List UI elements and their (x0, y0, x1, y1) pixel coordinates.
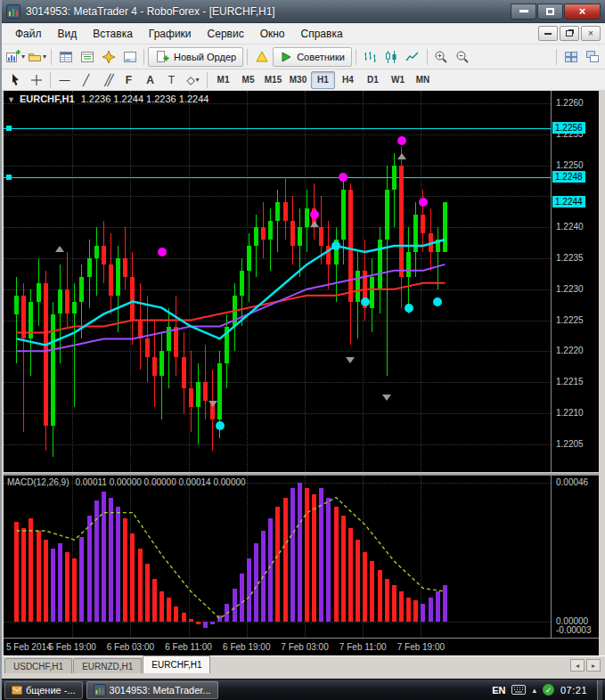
crosshair-button[interactable] (26, 71, 46, 89)
timeframe-h4[interactable]: H4 (336, 71, 360, 89)
market-watch-button[interactable] (55, 47, 76, 67)
new-chart-button[interactable]: ▾ (4, 47, 26, 67)
drawing-toolbar: — ╱ ╱╱ F A T ◇ ▾ M1M5M15M30H1H4D1W1MN (2, 69, 605, 91)
timeframe-m15[interactable]: M15 (261, 71, 285, 89)
chart-area[interactable]: ▼EURCHF,H11.2236 1.2244 1.2236 1.2244 MA… (4, 91, 599, 655)
price-scale[interactable]: 1.22601.22551.22501.22401.22351.22301.22… (551, 91, 599, 638)
timeframe-mn[interactable]: MN (411, 71, 435, 89)
zoom-out-button[interactable] (453, 47, 473, 67)
metaeditor-icon (255, 50, 269, 64)
show-desktop-button[interactable] (597, 680, 602, 700)
close-button[interactable]: × (564, 4, 601, 20)
dropdown-arrow-icon: ▾ (196, 76, 200, 84)
toolbar-separator (51, 49, 52, 65)
fibonacci-button[interactable]: F (119, 71, 139, 89)
metaeditor-button[interactable] (251, 47, 272, 67)
cascade-windows-icon (585, 50, 600, 64)
new-order-label: Новый Ордер (174, 52, 236, 62)
shapes-button[interactable]: ◇ ▾ (183, 71, 203, 89)
line-handle[interactable] (6, 175, 12, 180)
timeframe-bar: M1M5M15M30H1H4D1W1MN (211, 71, 435, 89)
zoom-in-icon (434, 50, 448, 64)
dropdown-arrow-icon: ▾ (21, 53, 25, 61)
tabs-scroll-right-button[interactable]: ▸ (586, 659, 601, 672)
channel-button[interactable]: ╱╱ (97, 71, 118, 89)
profiles-button[interactable]: ▾ (27, 47, 47, 67)
maximize-button[interactable] (537, 4, 563, 20)
antivirus-tray-icon[interactable]: ✓ (543, 684, 554, 696)
horizontal-line-button[interactable]: — (54, 71, 75, 89)
price-chart[interactable]: ▼EURCHF,H11.2236 1.2244 1.2236 1.2244 (4, 91, 551, 472)
new-order-button[interactable]: Новый Ордер (148, 47, 243, 67)
menu-item-Окно[interactable]: Окно (252, 25, 293, 43)
chart-ohlc: 1.2236 1.2244 1.2236 1.2244 (81, 94, 209, 104)
macd-scale-label: -0.00003 (556, 625, 591, 635)
timeframe-m1[interactable]: M1 (211, 71, 235, 89)
one-click-trading-icon[interactable]: ▼ (7, 95, 15, 104)
cascade-windows-button[interactable] (582, 47, 602, 67)
time-label: 7 Feb 03:00 (281, 642, 328, 652)
macd-panel[interactable]: MACD(12,26,9)0.00011 0.00000 0.00000 0.0… (4, 476, 551, 638)
toolbar-separator (556, 49, 557, 65)
show-hidden-icons-button[interactable]: ▴ (532, 686, 536, 695)
chart-tab[interactable]: EURCHF,H1 (143, 655, 210, 673)
chart-bars-button[interactable] (360, 47, 380, 67)
chart-candles-button[interactable] (381, 47, 402, 67)
menu-bar: ФайлВидВставкаГрафикиСервисОкноСправка × (2, 23, 605, 45)
price-label: 1.2225 (556, 315, 584, 325)
message-window-icon (12, 685, 22, 696)
language-indicator[interactable]: EN (492, 685, 505, 696)
signal-dot-cyan (216, 421, 225, 430)
channel-icon: ╱╱ (104, 75, 110, 85)
label-button[interactable]: T (161, 71, 182, 89)
menu-item-Файл[interactable]: Файл (7, 25, 50, 43)
mdi-restore-button[interactable] (560, 26, 579, 41)
signal-dot-cyan (361, 297, 370, 306)
cursor-button[interactable] (4, 71, 25, 89)
timeframe-d1[interactable]: D1 (361, 71, 385, 89)
taskbar-metatrader-label: 3014953: MetaTrader... (110, 685, 211, 696)
taskbar-message-button[interactable]: бщение -... (4, 681, 83, 699)
menu-item-Вставка[interactable]: Вставка (85, 25, 141, 43)
minimize-button[interactable] (511, 4, 536, 20)
chart-tab[interactable]: USDCHF,H1 (4, 658, 72, 673)
price-label: 1.2240 (556, 222, 584, 232)
menu-item-Графики[interactable]: Графики (141, 25, 200, 43)
system-tray: EN ▴ ✓ 07:21 (492, 684, 592, 696)
bar-chart-icon (363, 50, 377, 64)
price-label: 1.2215 (556, 377, 584, 387)
cursor-icon (9, 73, 21, 87)
mdi-close-button[interactable]: × (581, 26, 601, 41)
text-button[interactable]: A (140, 71, 160, 89)
mdi-minimize-button[interactable] (538, 26, 558, 41)
advisors-button[interactable]: Советники (273, 47, 352, 67)
navigator-button[interactable] (98, 47, 119, 67)
menu-item-Вид[interactable]: Вид (50, 25, 86, 43)
price-label: 1.2235 (556, 253, 584, 263)
timeframe-m30[interactable]: M30 (286, 71, 310, 89)
trendline-button[interactable]: ╱ (76, 71, 96, 89)
tile-windows-button[interactable] (560, 47, 581, 67)
timeframe-m5[interactable]: M5 (236, 71, 260, 89)
menu-item-Справка[interactable]: Справка (293, 25, 351, 43)
price-label: 1.2230 (556, 284, 584, 294)
toolbar-separator (247, 49, 248, 65)
chart-line-button[interactable] (403, 47, 423, 67)
time-axis[interactable]: 5 Feb 20145 Feb 19:006 Feb 03:006 Feb 11… (4, 638, 599, 655)
taskbar-clock[interactable]: 07:21 (560, 685, 587, 696)
taskbar-metatrader-button[interactable]: 3014953: MetaTrader... (86, 681, 218, 699)
panel-divider[interactable] (4, 472, 599, 476)
data-window-button[interactable] (77, 47, 97, 67)
keyboard-icon[interactable] (511, 685, 526, 695)
macd-signal-line (4, 476, 551, 638)
terminal-button[interactable] (119, 47, 140, 67)
chart-tab[interactable]: EURNZD,H1 (73, 658, 142, 673)
chart-symbol: EURCHF,H1 (20, 94, 75, 104)
line-handle[interactable] (6, 126, 12, 131)
menu-item-Сервис[interactable]: Сервис (200, 25, 252, 43)
timeframe-w1[interactable]: W1 (386, 71, 410, 89)
zoom-in-button[interactable] (431, 47, 452, 67)
signal-dot-magenta (397, 136, 406, 145)
tabs-scroll-left-button[interactable]: ◂ (570, 659, 585, 672)
timeframe-h1[interactable]: H1 (311, 71, 335, 89)
